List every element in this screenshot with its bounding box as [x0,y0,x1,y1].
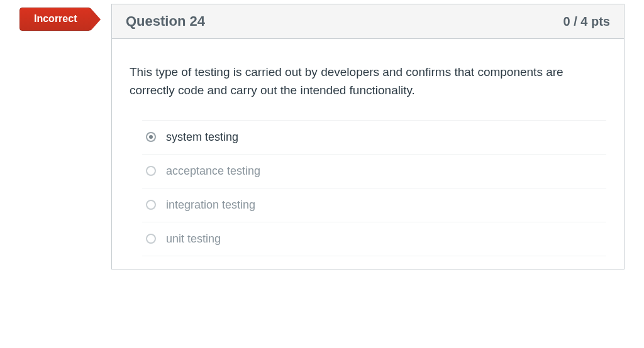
answer-option-label: integration testing [166,198,255,212]
answer-option[interactable]: integration testing [142,188,606,222]
question-title: Question 24 [126,13,205,30]
question-body: This type of testing is carried out by d… [112,39,624,269]
question-text: This type of testing is carried out by d… [130,63,606,100]
radio-icon [146,166,156,176]
answer-option-label: acceptance testing [166,165,260,178]
answer-option-label: system testing [166,131,238,144]
answer-option-label: unit testing [166,232,221,246]
radio-icon [146,132,156,142]
radio-icon [146,234,156,244]
radio-icon [146,200,156,210]
answer-option[interactable]: system testing [142,120,606,154]
question-header: Question 24 0 / 4 pts [112,4,624,39]
question-points: 0 / 4 pts [564,14,610,29]
answer-options: system testing acceptance testing integr… [130,120,606,256]
status-badge-label: Incorrect [34,13,77,24]
answer-option[interactable]: acceptance testing [142,154,606,188]
question-card: Question 24 0 / 4 pts This type of testi… [111,4,625,269]
status-badge: Incorrect [19,8,91,31]
answer-option[interactable]: unit testing [142,222,606,256]
